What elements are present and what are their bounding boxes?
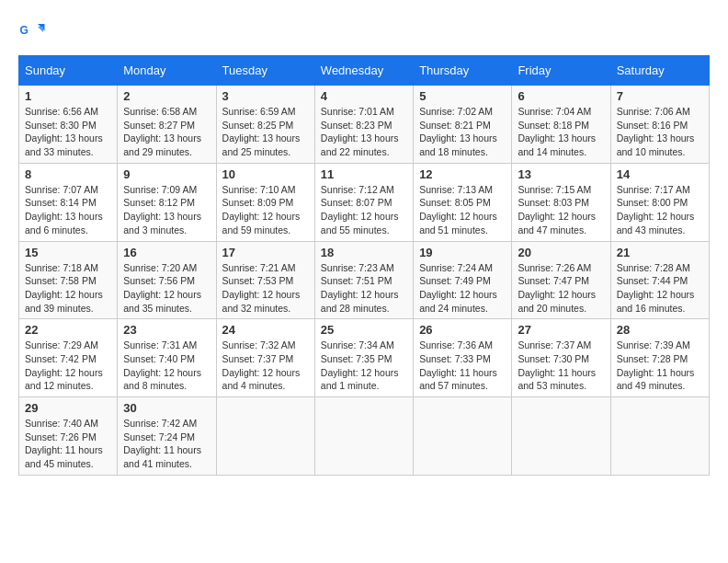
logo-icon: G — [18, 18, 46, 46]
calendar-cell: 14 Sunrise: 7:17 AM Sunset: 8:00 PM Dayl… — [610, 163, 709, 241]
day-header-sunday: Sunday — [19, 56, 118, 86]
day-number: 8 — [25, 167, 111, 181]
calendar-cell: 13 Sunrise: 7:15 AM Sunset: 8:03 PM Dayl… — [512, 163, 610, 241]
calendar-cell: 24 Sunrise: 7:32 AM Sunset: 7:37 PM Dayl… — [216, 319, 314, 397]
day-header-thursday: Thursday — [414, 56, 512, 86]
calendar-cell: 3 Sunrise: 6:59 AM Sunset: 8:25 PM Dayli… — [216, 86, 314, 164]
calendar-cell — [314, 397, 413, 476]
calendar-cell: 28 Sunrise: 7:39 AM Sunset: 7:28 PM Dayl… — [610, 319, 709, 397]
calendar-cell: 2 Sunrise: 6:58 AM Sunset: 8:27 PM Dayli… — [118, 86, 216, 164]
calendar-week-2: 8 Sunrise: 7:07 AM Sunset: 8:14 PM Dayli… — [19, 163, 710, 241]
day-info: Sunrise: 7:01 AM Sunset: 8:23 PM Dayligh… — [321, 105, 407, 159]
day-header-wednesday: Wednesday — [314, 56, 413, 86]
day-number: 1 — [25, 89, 111, 103]
day-number: 4 — [321, 89, 407, 103]
calendar-cell: 20 Sunrise: 7:26 AM Sunset: 7:47 PM Dayl… — [512, 241, 610, 319]
svg-text:G: G — [20, 24, 28, 37]
day-info: Sunrise: 7:02 AM Sunset: 8:21 PM Dayligh… — [419, 105, 506, 159]
day-info: Sunrise: 6:59 AM Sunset: 8:25 PM Dayligh… — [222, 105, 309, 159]
calendar-cell — [216, 397, 314, 476]
calendar-cell: 15 Sunrise: 7:18 AM Sunset: 7:58 PM Dayl… — [19, 241, 118, 319]
calendar-week-3: 15 Sunrise: 7:18 AM Sunset: 7:58 PM Dayl… — [19, 241, 710, 319]
day-info: Sunrise: 7:36 AM Sunset: 7:33 PM Dayligh… — [419, 339, 506, 393]
day-info: Sunrise: 7:34 AM Sunset: 7:35 PM Dayligh… — [321, 339, 407, 393]
day-number: 10 — [222, 167, 309, 181]
day-info: Sunrise: 7:20 AM Sunset: 7:56 PM Dayligh… — [123, 261, 210, 316]
day-number: 13 — [518, 167, 604, 181]
day-info: Sunrise: 7:18 AM Sunset: 7:58 PM Dayligh… — [25, 261, 111, 316]
calendar-cell: 25 Sunrise: 7:34 AM Sunset: 7:35 PM Dayl… — [314, 319, 413, 397]
calendar-cell: 21 Sunrise: 7:28 AM Sunset: 7:44 PM Dayl… — [610, 241, 709, 319]
calendar-cell: 1 Sunrise: 6:56 AM Sunset: 8:30 PM Dayli… — [19, 86, 118, 164]
day-number: 28 — [617, 323, 703, 337]
calendar-cell: 10 Sunrise: 7:10 AM Sunset: 8:09 PM Dayl… — [216, 163, 314, 241]
calendar-cell: 5 Sunrise: 7:02 AM Sunset: 8:21 PM Dayli… — [414, 86, 512, 164]
day-info: Sunrise: 7:37 AM Sunset: 7:30 PM Dayligh… — [518, 339, 604, 393]
day-number: 14 — [617, 167, 703, 181]
day-number: 2 — [123, 89, 210, 103]
day-info: Sunrise: 7:32 AM Sunset: 7:37 PM Dayligh… — [222, 339, 309, 393]
day-info: Sunrise: 7:31 AM Sunset: 7:40 PM Dayligh… — [123, 339, 210, 393]
day-number: 26 — [419, 323, 506, 337]
day-number: 21 — [617, 246, 703, 259]
day-number: 29 — [25, 401, 111, 415]
day-number: 18 — [321, 246, 407, 259]
calendar-week-4: 22 Sunrise: 7:29 AM Sunset: 7:42 PM Dayl… — [19, 319, 710, 397]
day-number: 25 — [321, 323, 407, 337]
day-info: Sunrise: 7:07 AM Sunset: 8:14 PM Dayligh… — [25, 183, 111, 237]
calendar-cell: 27 Sunrise: 7:37 AM Sunset: 7:30 PM Dayl… — [512, 319, 610, 397]
day-info: Sunrise: 7:06 AM Sunset: 8:16 PM Dayligh… — [617, 105, 703, 159]
day-header-friday: Friday — [512, 56, 610, 86]
day-info: Sunrise: 7:28 AM Sunset: 7:44 PM Dayligh… — [617, 261, 703, 316]
day-number: 15 — [25, 246, 111, 259]
calendar-cell: 23 Sunrise: 7:31 AM Sunset: 7:40 PM Dayl… — [118, 319, 216, 397]
calendar-cell: 8 Sunrise: 7:07 AM Sunset: 8:14 PM Dayli… — [19, 163, 118, 241]
day-info: Sunrise: 7:10 AM Sunset: 8:09 PM Dayligh… — [222, 183, 309, 237]
day-info: Sunrise: 7:15 AM Sunset: 8:03 PM Dayligh… — [518, 183, 604, 237]
day-info: Sunrise: 7:13 AM Sunset: 8:05 PM Dayligh… — [419, 183, 506, 237]
calendar-cell: 16 Sunrise: 7:20 AM Sunset: 7:56 PM Dayl… — [118, 241, 216, 319]
calendar-cell: 19 Sunrise: 7:24 AM Sunset: 7:49 PM Dayl… — [414, 241, 512, 319]
calendar-table: SundayMondayTuesdayWednesdayThursdayFrid… — [18, 55, 710, 476]
day-number: 27 — [518, 323, 604, 337]
calendar-week-5: 29 Sunrise: 7:40 AM Sunset: 7:26 PM Dayl… — [19, 397, 710, 476]
day-number: 23 — [123, 323, 210, 337]
calendar-cell: 6 Sunrise: 7:04 AM Sunset: 8:18 PM Dayli… — [512, 86, 610, 164]
day-info: Sunrise: 7:26 AM Sunset: 7:47 PM Dayligh… — [518, 261, 604, 316]
header-row: SundayMondayTuesdayWednesdayThursdayFrid… — [19, 56, 710, 86]
day-number: 24 — [222, 323, 309, 337]
day-number: 20 — [518, 246, 604, 259]
day-header-saturday: Saturday — [610, 56, 709, 86]
svg-marker-2 — [38, 27, 43, 32]
calendar-cell: 26 Sunrise: 7:36 AM Sunset: 7:33 PM Dayl… — [414, 319, 512, 397]
day-number: 6 — [518, 89, 604, 103]
day-info: Sunrise: 7:40 AM Sunset: 7:26 PM Dayligh… — [25, 417, 111, 471]
day-number: 22 — [25, 323, 111, 337]
day-number: 12 — [419, 167, 506, 181]
calendar-cell — [610, 397, 709, 476]
day-number: 19 — [419, 246, 506, 259]
day-number: 16 — [123, 246, 210, 259]
day-info: Sunrise: 7:29 AM Sunset: 7:42 PM Dayligh… — [25, 339, 111, 393]
calendar-cell: 30 Sunrise: 7:42 AM Sunset: 7:24 PM Dayl… — [118, 397, 216, 476]
day-info: Sunrise: 7:09 AM Sunset: 8:12 PM Dayligh… — [123, 183, 210, 237]
day-info: Sunrise: 7:23 AM Sunset: 7:51 PM Dayligh… — [321, 261, 407, 316]
header: G — [18, 18, 710, 46]
day-info: Sunrise: 7:24 AM Sunset: 7:49 PM Dayligh… — [419, 261, 506, 316]
calendar-cell — [414, 397, 512, 476]
calendar-cell: 22 Sunrise: 7:29 AM Sunset: 7:42 PM Dayl… — [19, 319, 118, 397]
day-number: 17 — [222, 246, 309, 259]
calendar-cell: 18 Sunrise: 7:23 AM Sunset: 7:51 PM Dayl… — [314, 241, 413, 319]
day-info: Sunrise: 7:17 AM Sunset: 8:00 PM Dayligh… — [617, 183, 703, 237]
day-number: 30 — [123, 401, 210, 415]
logo: G — [18, 18, 50, 46]
day-number: 5 — [419, 89, 506, 103]
calendar-cell: 11 Sunrise: 7:12 AM Sunset: 8:07 PM Dayl… — [314, 163, 413, 241]
day-number: 7 — [617, 89, 703, 103]
day-info: Sunrise: 6:56 AM Sunset: 8:30 PM Dayligh… — [25, 105, 111, 159]
calendar-cell: 4 Sunrise: 7:01 AM Sunset: 8:23 PM Dayli… — [314, 86, 413, 164]
day-info: Sunrise: 6:58 AM Sunset: 8:27 PM Dayligh… — [123, 105, 210, 159]
day-number: 3 — [222, 89, 309, 103]
day-info: Sunrise: 7:12 AM Sunset: 8:07 PM Dayligh… — [321, 183, 407, 237]
day-info: Sunrise: 7:21 AM Sunset: 7:53 PM Dayligh… — [222, 261, 309, 316]
